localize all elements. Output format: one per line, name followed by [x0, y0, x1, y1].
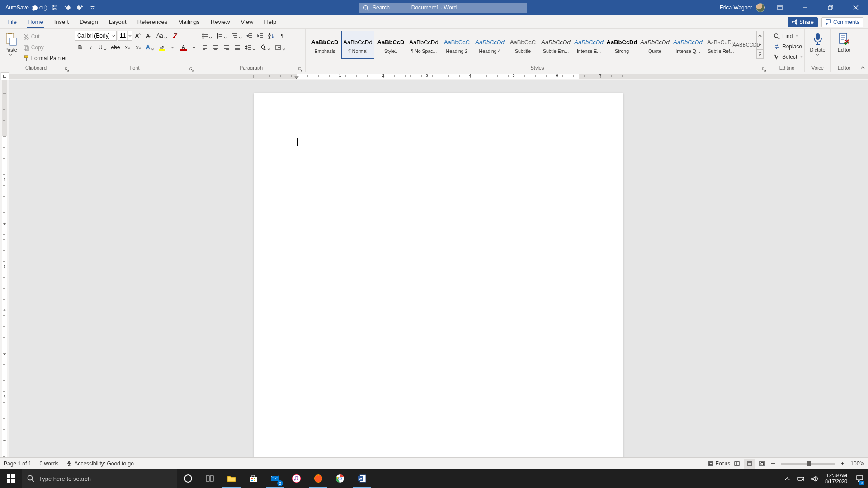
replace-button[interactable]: Replace [772, 42, 804, 51]
styles-gallery[interactable]: AaBbCcDEmphasisAaBbCcDd¶ NormalAaBbCcDSt… [308, 31, 764, 59]
superscript-button[interactable]: x2 [133, 42, 143, 52]
tray-overflow-button[interactable] [782, 469, 793, 488]
chrome-button[interactable] [329, 469, 351, 488]
microsoft-store-button[interactable] [242, 469, 264, 488]
task-view-button[interactable] [199, 469, 221, 488]
mail-button[interactable]: 2 [264, 469, 286, 488]
strikethrough-button[interactable]: abc [109, 42, 122, 52]
focus-mode-button[interactable]: Focus [708, 460, 731, 467]
zoom-out-button[interactable] [769, 460, 777, 468]
italic-button[interactable]: I [86, 42, 96, 52]
ruler-horizontal[interactable]: 1234567 [9, 72, 868, 80]
font-name-dropdown[interactable] [111, 31, 116, 40]
style-item[interactable]: AaBbCcDdSubtle Em... [539, 31, 572, 59]
find-button[interactable]: Find [772, 32, 800, 41]
customize-qat-button[interactable] [88, 3, 98, 13]
hanging-indent-marker[interactable] [294, 77, 299, 80]
undo-button[interactable] [62, 3, 72, 13]
font-name-input[interactable] [75, 31, 111, 40]
justify-button[interactable] [232, 42, 242, 52]
multilevel-list-button[interactable] [230, 31, 244, 41]
decrease-indent-button[interactable] [245, 31, 255, 41]
ruler-vertical[interactable]: 123456789 [0, 80, 9, 474]
style-item[interactable]: AaBbCcDdStrong [605, 31, 638, 59]
meet-now-button[interactable] [795, 469, 806, 488]
font-color-button[interactable]: A [179, 42, 189, 52]
close-button[interactable] [845, 0, 866, 15]
style-item[interactable]: AaBbCcDdIntense Q... [671, 31, 704, 59]
tab-layout[interactable]: Layout [104, 15, 132, 28]
format-painter-button[interactable]: Format Painter [21, 53, 69, 63]
style-item[interactable]: AaBbCcDd¶ No Spac... [407, 31, 440, 59]
paste-button[interactable]: Paste [3, 31, 19, 56]
tab-references[interactable]: References [132, 15, 173, 28]
paragraph-launcher[interactable] [298, 66, 303, 71]
search-box[interactable]: Search [359, 3, 527, 13]
tab-selector[interactable] [1, 72, 9, 80]
style-item[interactable]: AABBCCDD [737, 31, 755, 59]
status-words[interactable]: 0 words [39, 460, 58, 467]
start-button[interactable] [0, 469, 22, 488]
highlight-color-button[interactable] [157, 42, 167, 52]
redo-button[interactable] [75, 3, 85, 13]
styles-up[interactable] [757, 31, 763, 40]
right-indent-marker[interactable] [576, 77, 581, 80]
tab-help[interactable]: Help [259, 15, 282, 28]
cut-button[interactable]: Cut [21, 32, 69, 42]
styles-launcher[interactable] [762, 66, 767, 71]
taskbar-search[interactable]: Type here to search [22, 469, 177, 488]
dictate-button[interactable]: Dictate [808, 31, 828, 56]
styles-more[interactable] [757, 50, 763, 58]
action-center-button[interactable]: 3 [853, 469, 866, 488]
read-mode-button[interactable] [731, 459, 743, 469]
styles-down[interactable] [757, 40, 763, 49]
page[interactable] [254, 93, 623, 474]
status-page[interactable]: Page 1 of 1 [4, 460, 31, 467]
word-button[interactable]: W [351, 469, 373, 488]
tab-mailings[interactable]: Mailings [173, 15, 205, 28]
account-button[interactable]: Erica Wagner [720, 3, 765, 12]
bold-button[interactable]: B [75, 42, 85, 52]
first-line-indent-marker[interactable] [294, 72, 299, 75]
font-size-dropdown[interactable] [127, 31, 132, 40]
style-item[interactable]: AaBbCcCSubtitle [506, 31, 539, 59]
clear-formatting-button[interactable] [170, 31, 180, 41]
font-name-combo[interactable] [75, 31, 117, 41]
style-item[interactable]: AaBbCcDdQuote [638, 31, 671, 59]
show-hide-button[interactable]: ¶ [277, 31, 287, 41]
save-button[interactable] [50, 3, 60, 13]
collapse-ribbon-button[interactable] [857, 29, 868, 72]
zoom-thumb[interactable] [807, 461, 811, 466]
bullets-button[interactable] [200, 31, 214, 41]
cortana-button[interactable] [177, 469, 199, 488]
subscript-button[interactable]: x2 [123, 42, 132, 52]
copy-button[interactable]: Copy [21, 42, 69, 52]
firefox-button[interactable] [307, 469, 329, 488]
print-layout-button[interactable] [744, 459, 755, 469]
align-center-button[interactable] [211, 42, 221, 52]
tab-home[interactable]: Home [22, 15, 49, 28]
status-accessibility[interactable]: Accessibility: Good to go [66, 460, 133, 467]
minimize-button[interactable] [795, 0, 816, 15]
tab-design[interactable]: Design [74, 15, 103, 28]
ribbon-display-options-button[interactable] [769, 0, 790, 15]
shading-button[interactable] [258, 42, 272, 52]
style-item[interactable]: AaBbCcDEmphasis [308, 31, 341, 59]
styles-gallery-nav[interactable] [756, 31, 764, 59]
shrink-font-button[interactable]: A [144, 31, 154, 41]
font-size-combo[interactable] [118, 31, 132, 41]
font-size-input[interactable] [118, 31, 127, 40]
text-effects-button[interactable]: A [144, 42, 156, 52]
grow-font-button[interactable]: A [133, 31, 143, 41]
share-button[interactable]: Share [788, 17, 818, 27]
file-explorer-button[interactable] [221, 469, 242, 488]
zoom-slider[interactable] [781, 463, 835, 465]
tab-insert[interactable]: Insert [49, 15, 75, 28]
zoom-in-button[interactable] [839, 460, 847, 468]
web-layout-button[interactable] [756, 459, 768, 469]
style-item[interactable]: AaBbCcDdHeading 4 [473, 31, 506, 59]
style-item[interactable]: AaBbCcDd¶ Normal [341, 31, 374, 59]
editor-button[interactable]: Editor [834, 31, 854, 52]
taskbar-clock[interactable]: 12:39 AM 8/17/2020 [822, 473, 850, 484]
tab-review[interactable]: Review [205, 15, 236, 28]
